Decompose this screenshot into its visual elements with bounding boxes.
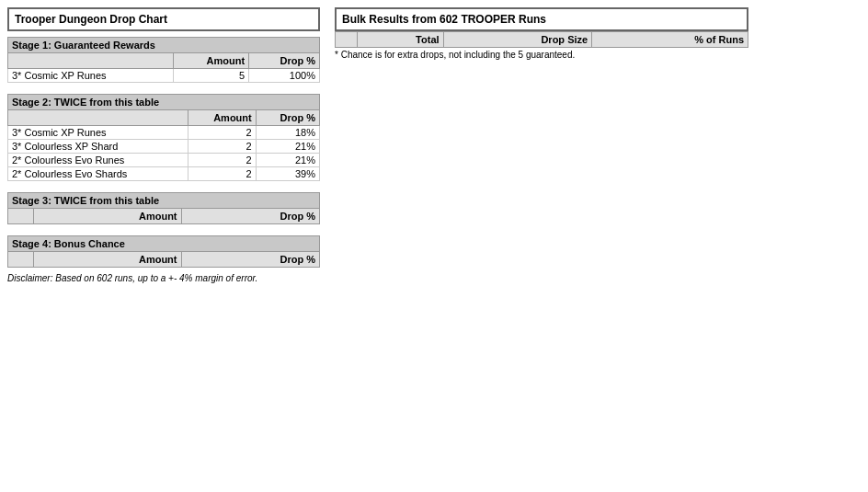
stage4-table: Stage 4: Bonus Chance Amount Drop %: [7, 235, 320, 268]
stage1-col3: Drop %: [249, 53, 320, 69]
stage2-header: Stage 2: TWICE from this table: [8, 95, 320, 110]
stage3-col3: Drop %: [181, 209, 319, 224]
bulk-col3: Drop Size: [443, 32, 592, 48]
stage4-header: Stage 4: Bonus Chance: [8, 236, 320, 252]
table-row: 3* Cosmic XP Runes218%: [8, 126, 320, 140]
stage1-amount-0: 5: [174, 69, 249, 83]
stage2-col1: [8, 110, 188, 126]
stage1-drop-0: 100%: [249, 69, 320, 83]
stage2-col3: Drop %: [256, 110, 319, 126]
stage3-table: Stage 3: TWICE from this table Amount Dr…: [7, 192, 320, 224]
stage3-col1: [8, 209, 34, 224]
right-panel: Bulk Results from 602 TROOPER Runs Total…: [335, 7, 748, 60]
bulk-col1: [336, 32, 358, 48]
stage2-table: Stage 2: TWICE from this table Amount Dr…: [7, 94, 320, 181]
disclaimer: Disclaimer: Based on 602 runs, up to a +…: [7, 273, 320, 283]
stage1-header: Stage 1: Guaranteed Rewards: [8, 38, 320, 53]
bulk-col4: % of Runs: [592, 32, 748, 48]
stage3-header: Stage 3: TWICE from this table: [8, 193, 320, 209]
bulk-title: Bulk Results from 602 TROOPER Runs: [335, 7, 748, 31]
table-row: 2* Colourless Evo Runes221%: [8, 154, 320, 167]
stage1-table: Stage 1: Guaranteed Rewards Amount Drop …: [7, 37, 320, 83]
left-panel: Trooper Dungeon Drop Chart Stage 1: Guar…: [7, 7, 320, 283]
stage1-col1: [8, 53, 174, 69]
table-row: 3* Cosmic XP Runes 5 100%: [8, 69, 320, 83]
stage4-col2: Amount: [34, 252, 181, 268]
bulk-col2: Total: [358, 32, 443, 48]
main-title: Trooper Dungeon Drop Chart: [7, 7, 320, 31]
stage1-col2: Amount: [174, 53, 249, 69]
stage4-col3: Drop %: [181, 252, 320, 268]
bulk-table: Total Drop Size % of Runs: [335, 31, 748, 48]
table-row: 2* Colourless Evo Shards239%: [8, 167, 320, 181]
table-row: 3* Colourless XP Shard221%: [8, 140, 320, 154]
stage3-col2: Amount: [34, 209, 181, 224]
stage1-item-0: 3* Cosmic XP Runes: [8, 69, 174, 83]
stage4-col1: [8, 252, 34, 268]
stage2-col2: Amount: [188, 110, 256, 126]
footnote: * Chance is for extra drops, not includi…: [335, 50, 748, 60]
